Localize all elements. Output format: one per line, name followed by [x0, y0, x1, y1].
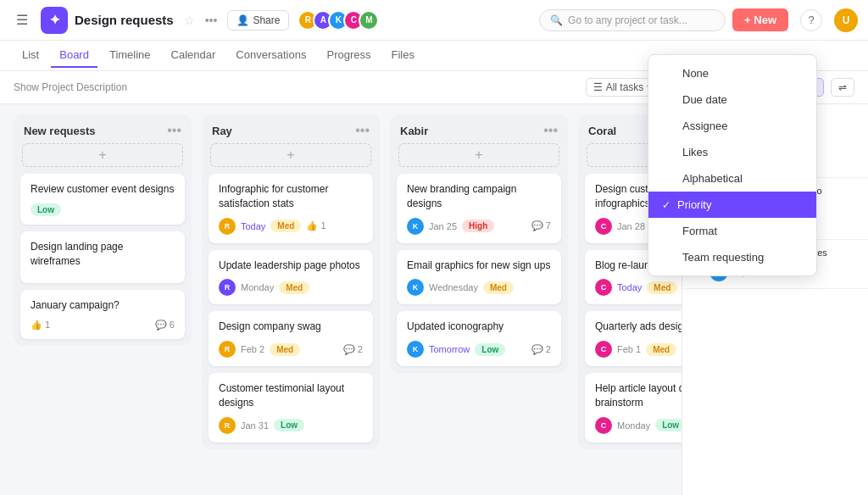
help-icon[interactable]: ? — [800, 9, 822, 31]
card-date: Feb 1 — [617, 344, 641, 354]
card-badge: Med — [647, 281, 677, 294]
card-badge: Low — [475, 343, 505, 356]
column-title: Kabir — [400, 125, 538, 137]
task-card[interactable]: Infographic for customer satisfaction st… — [209, 174, 373, 243]
user-avatar[interactable]: U — [834, 8, 858, 32]
card-date: Monday — [617, 420, 650, 431]
comment-count: 💬 6 — [155, 320, 175, 331]
share-button[interactable]: 👤 Share — [227, 10, 289, 31]
dropdown-item-alphabetical[interactable]: Alphabetical — [648, 165, 816, 192]
column-more-icon[interactable]: ••• — [167, 123, 181, 138]
card-footer: KWednesdayMed — [407, 279, 551, 296]
person-icon: 👤 — [236, 14, 249, 26]
dropdown-item-priority[interactable]: ✓Priority — [648, 192, 816, 218]
tab-conversations[interactable]: Conversations — [227, 43, 314, 68]
column-new-requests: New requests ••• +Review customer event … — [14, 114, 192, 346]
columns-area: New requests ••• +Review customer event … — [0, 104, 682, 495]
task-card[interactable]: Quarterly ads design refreshCFeb 1Med — [585, 311, 682, 366]
star-icon[interactable]: ☆ — [184, 14, 195, 27]
task-card[interactable]: Help article layout design brainstormCMo… — [585, 373, 682, 442]
tasks-icon: ☰ — [593, 81, 603, 93]
card-date: Tomorrow — [429, 344, 470, 354]
dropdown-item-none[interactable]: None — [648, 60, 816, 86]
show-desc-link[interactable]: Show Project Description — [14, 81, 127, 93]
card-footer: KJan 25High💬 7 — [407, 218, 551, 235]
card-badge: Med — [279, 281, 309, 294]
card-avatar: R — [219, 341, 236, 358]
hamburger-icon[interactable]: ☰ — [10, 8, 34, 32]
card-footer: CMondayLow💬 1 — [595, 417, 682, 434]
card-avatar: R — [219, 218, 236, 235]
task-card[interactable]: Email graphics for new sign upsKWednesda… — [397, 250, 561, 305]
card-date: Jan 28 — [617, 221, 645, 231]
like-count: 👍 1 — [31, 320, 50, 331]
card-footer: CFeb 1Med — [595, 341, 682, 358]
card-title: Updated iconography — [407, 320, 551, 334]
task-card[interactable]: Updated iconographyKTomorrowLow💬 2 — [397, 311, 561, 366]
card-date: Jan 25 — [429, 221, 457, 231]
card-title: January campaign? — [31, 298, 175, 313]
card-date: Jan 31 — [241, 420, 269, 431]
card-title: Help article layout design brainstorm — [595, 381, 682, 410]
tab-board[interactable]: Board — [51, 43, 97, 68]
task-card[interactable]: Review customer event designsLow — [20, 174, 185, 225]
search-icon: 🔍 — [550, 14, 563, 26]
topbar: ☰ ✦ Design requests ☆ ••• 👤 Share RAKCM … — [0, 0, 868, 41]
task-card[interactable]: Design company swagRFeb 2Med💬 2 — [209, 311, 373, 366]
card-avatar: K — [407, 341, 424, 358]
card-title: Email graphics for new sign ups — [407, 259, 551, 273]
card-title: Quarterly ads design refresh — [595, 320, 682, 334]
card-title: Review customer event designs — [31, 182, 175, 197]
card-badge: Low — [274, 419, 304, 431]
add-card-button[interactable]: + — [210, 143, 371, 167]
card-avatar: R — [219, 279, 236, 296]
task-card[interactable]: January campaign?👍 1💬 6 — [20, 290, 185, 339]
comment-count: 💬 2 — [343, 344, 363, 355]
card-date: Today — [617, 282, 642, 292]
tab-files[interactable]: Files — [383, 43, 423, 68]
card-badge: Low — [31, 203, 61, 216]
tab-list[interactable]: List — [14, 43, 47, 68]
settings-icon-button[interactable]: ⇌ — [831, 78, 854, 97]
task-card[interactable]: New branding campaign designsKJan 25High… — [397, 174, 561, 243]
search-bar[interactable]: 🔍 Go to any project or task... — [539, 9, 726, 31]
dropdown-item-assignee[interactable]: Assignee — [648, 113, 816, 139]
sort-dropdown: NoneDue dateAssigneeLikesAlphabetical✓Pr… — [648, 54, 817, 276]
like-count: 👍 1 — [306, 220, 326, 231]
more-icon[interactable]: ••• — [205, 14, 218, 27]
card-footer: Low — [31, 203, 175, 216]
check-icon: ✓ — [662, 199, 670, 211]
column-more-icon[interactable]: ••• — [543, 123, 558, 138]
card-date: Monday — [241, 282, 274, 292]
card-avatar: R — [219, 417, 236, 434]
task-card[interactable]: Update leadership page photosRMondayMed — [209, 250, 373, 305]
dropdown-item-format[interactable]: Format — [648, 218, 816, 244]
column-more-icon[interactable]: ••• — [355, 123, 370, 138]
card-footer: RMondayMed — [219, 279, 363, 296]
team-avatars: RAKCM — [303, 10, 379, 31]
column-header: Ray ••• — [202, 114, 380, 143]
project-title: Design requests — [75, 13, 174, 27]
tab-calendar[interactable]: Calendar — [163, 43, 225, 68]
cards-list: New branding campaign designsKJan 25High… — [390, 174, 568, 373]
comment-count: 💬 7 — [531, 220, 551, 231]
dropdown-item-likes[interactable]: Likes — [648, 139, 816, 165]
tab-progress[interactable]: Progress — [318, 43, 379, 68]
dropdown-item-due-date[interactable]: Due date — [648, 86, 816, 113]
cards-list: Infographic for customer satisfaction st… — [202, 174, 380, 449]
tab-timeline[interactable]: Timeline — [101, 43, 159, 68]
card-badge: Med — [483, 281, 514, 294]
column-header: New requests ••• — [14, 114, 192, 143]
card-title: Design landing page wireframes — [31, 240, 175, 269]
card-badge: High — [462, 220, 494, 232]
dropdown-item-team-requesting[interactable]: Team requesting — [648, 244, 816, 270]
add-card-button[interactable]: + — [398, 143, 559, 167]
add-card-button[interactable]: + — [22, 143, 183, 167]
card-footer: 👍 1💬 6 — [31, 320, 175, 331]
new-button[interactable]: + New — [732, 8, 788, 31]
card-badge: Low — [655, 419, 682, 431]
task-card[interactable]: Design landing page wireframes — [20, 231, 185, 284]
task-card[interactable]: Customer testimonial layout designsRJan … — [209, 373, 373, 442]
team-avatar: M — [359, 10, 379, 31]
card-date: Wednesday — [429, 282, 478, 292]
